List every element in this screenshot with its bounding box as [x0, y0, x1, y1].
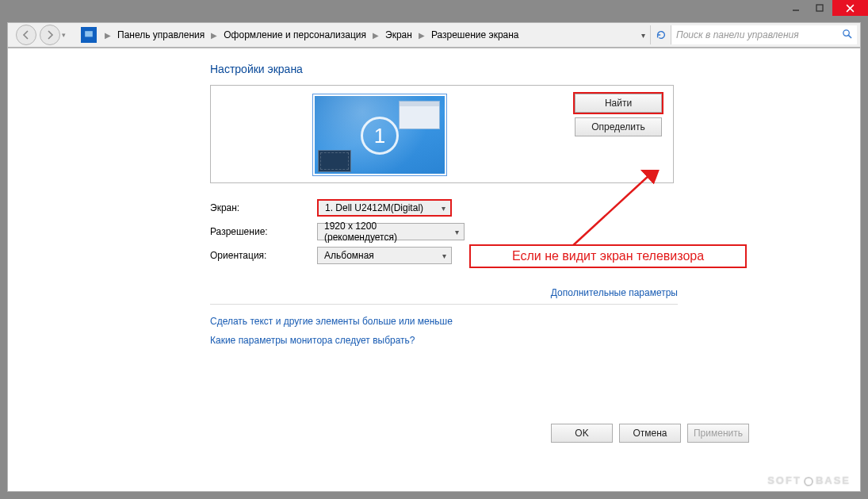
breadcrumb-item[interactable]: Экран — [382, 29, 415, 40]
nav-forward-button[interactable] — [40, 25, 60, 45]
breadcrumb-item[interactable]: Панель управления — [114, 29, 208, 40]
display-label: Экран: — [210, 202, 317, 213]
orientation-select[interactable]: Альбомная ▾ — [317, 247, 452, 264]
maximize-button[interactable] — [809, 0, 831, 16]
watermark: SOFTBASE — [767, 474, 851, 486]
text-size-link[interactable]: Сделать текст и другие элементы больше и… — [210, 316, 678, 327]
orientation-select-value: Альбомная — [324, 250, 374, 261]
svg-line-7 — [848, 35, 851, 38]
chevron-down-icon: ▾ — [442, 204, 445, 213]
cancel-button[interactable]: Отмена — [619, 424, 681, 443]
display-select-value: 1. Dell U2412M(Digital) — [325, 202, 423, 213]
svg-rect-5 — [85, 31, 93, 36]
minimize-button[interactable] — [785, 0, 807, 16]
monitor-thumbnail[interactable]: 1 — [312, 94, 447, 176]
advanced-settings-link[interactable]: Дополнительные параметры — [551, 287, 678, 298]
search-input[interactable] — [676, 29, 839, 40]
display-number-badge: 1 — [361, 117, 399, 155]
chevron-right-icon: ▶ — [369, 31, 382, 40]
taskbar-thumbnail-icon — [318, 150, 351, 172]
search-icon[interactable] — [842, 29, 852, 41]
display-select[interactable]: 1. Dell U2412M(Digital) ▾ — [317, 199, 452, 217]
chevron-right-icon: ▶ — [101, 31, 114, 40]
breadcrumb-item[interactable]: Разрешение экрана — [428, 29, 522, 40]
orientation-label: Ориентация: — [210, 250, 317, 261]
content-pane: Настройки экрана 1 Найти Определить Экра — [7, 48, 861, 492]
svg-rect-1 — [816, 5, 823, 11]
close-button[interactable] — [832, 0, 868, 16]
nav-back-button[interactable] — [16, 25, 36, 45]
resolution-select[interactable]: 1920 x 1200 (рекомендуется) ▾ — [317, 223, 465, 240]
resolution-select-value: 1920 x 1200 (рекомендуется) — [324, 221, 449, 243]
chevron-down-icon: ▾ — [455, 228, 459, 236]
apply-button: Применить — [687, 424, 749, 443]
svg-point-6 — [843, 30, 849, 36]
window-frame: ▾ ▶ Панель управления ▶ Оформление и пер… — [0, 0, 868, 499]
refresh-button[interactable] — [650, 25, 671, 44]
page-title: Настройки экрана — [210, 63, 678, 75]
detect-button[interactable]: Найти — [575, 94, 662, 113]
chevron-down-icon: ▾ — [442, 251, 446, 260]
divider — [210, 304, 678, 305]
display-preview-panel: 1 Найти Определить — [210, 85, 674, 183]
search-box — [671, 25, 857, 44]
chevron-right-icon: ▶ — [208, 31, 220, 40]
address-dropdown[interactable]: ▾ — [636, 31, 650, 40]
control-panel-icon — [81, 27, 97, 43]
nav-history-dropdown[interactable]: ▾ — [62, 31, 73, 39]
dialog-button-row: OK Отмена Применить — [210, 417, 749, 449]
ok-button[interactable]: OK — [551, 424, 613, 443]
chevron-right-icon: ▶ — [415, 31, 428, 40]
help-choose-link[interactable]: Какие параметры монитора следует выбрать… — [210, 335, 678, 346]
address-bar: ▾ ▶ Панель управления ▶ Оформление и пер… — [7, 22, 861, 48]
annotation-callout: Если не видит экран телевизора — [469, 244, 747, 268]
breadcrumb-item[interactable]: Оформление и персонализация — [220, 29, 369, 40]
resolution-label: Разрешение: — [210, 226, 317, 237]
identify-button[interactable]: Определить — [575, 117, 662, 136]
window-thumbnail-icon — [399, 101, 440, 129]
breadcrumb: ▶ Панель управления ▶ Оформление и персо… — [101, 23, 636, 47]
window-controls — [783, 0, 868, 17]
